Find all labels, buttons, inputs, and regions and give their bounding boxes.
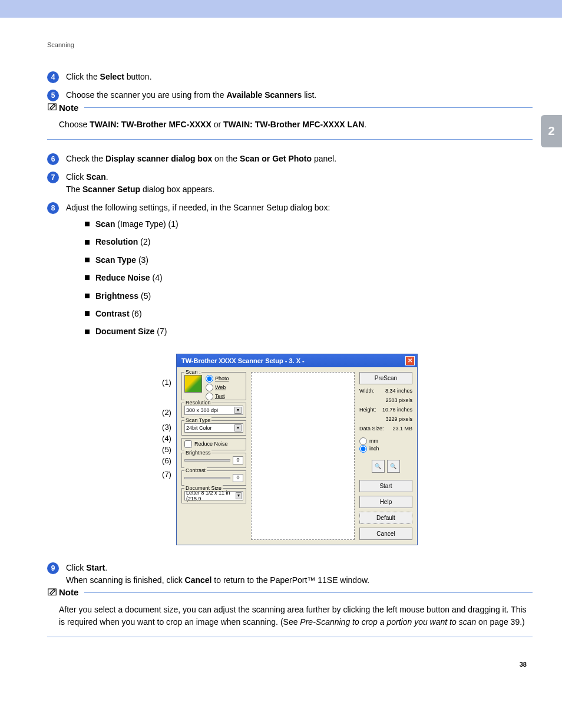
- text-bold: Contrast: [95, 309, 130, 318]
- datasize-value: 23.1 MB: [392, 426, 412, 431]
- height-label: Height:: [359, 407, 376, 413]
- callout-4: (4): [162, 434, 171, 442]
- docsize-select[interactable]: Letter 8 1/2 x 11 in (215.9▾: [184, 491, 243, 500]
- list-item: Resolution (2): [85, 235, 533, 248]
- radio-photo[interactable]: Photo: [206, 375, 229, 383]
- zoom-in-icon[interactable]: 🔍: [372, 460, 385, 473]
- list-item: Scan (Image Type) (1): [85, 218, 533, 230]
- width-value: 8.34 inches: [385, 388, 412, 394]
- text: on the: [212, 154, 240, 163]
- list-item: Contrast (6): [85, 307, 533, 320]
- list-item: Reduce Noise (4): [85, 271, 533, 284]
- radio-inch[interactable]: inch: [359, 445, 412, 453]
- brightness-slider[interactable]: 0: [184, 456, 243, 465]
- cancel-button[interactable]: Cancel: [359, 528, 412, 540]
- chapter-tab: 2: [541, 115, 562, 147]
- text: (5): [138, 291, 151, 301]
- text: dialog box appears.: [140, 185, 214, 194]
- callout-column: (1) (2) (3) (4) (5) (6) (7): [162, 354, 171, 545]
- prescan-button[interactable]: PreScan: [359, 372, 412, 384]
- width-label: Width:: [359, 388, 375, 394]
- text: Choose: [59, 120, 90, 129]
- list-item: Scan Type (3): [85, 253, 533, 266]
- text: list.: [302, 90, 316, 100]
- default-button[interactable]: Default: [359, 512, 412, 524]
- step-number-4: 4: [47, 71, 59, 83]
- preview-area[interactable]: [251, 372, 355, 540]
- close-icon[interactable]: ✕: [405, 356, 415, 365]
- text-bold: Scanner Setup: [82, 185, 140, 194]
- text-bold: TWAIN: TW-Brother MFC-XXXX: [90, 120, 211, 129]
- radio-web[interactable]: Web: [206, 384, 229, 391]
- radio-mm[interactable]: mm: [359, 437, 412, 445]
- step-8: 8 Adjust the following settings, if need…: [47, 202, 533, 343]
- list-item: Brightness (5): [85, 289, 533, 302]
- dialog-titlebar[interactable]: TW-Brother XXXX Scanner Setup - 3. X - ✕: [177, 354, 417, 367]
- scantype-label: Scan Type: [184, 417, 211, 423]
- page-content: 2 Scanning 4 Click the Select button. 5 …: [0, 18, 562, 691]
- text: (4): [150, 273, 163, 282]
- callout-7: (7): [162, 470, 171, 478]
- height-pixels: 3229 pixels: [385, 416, 412, 422]
- note-block-1: Note Choose TWAIN: TW-Brother MFC-XXXX o…: [47, 107, 533, 140]
- text: Click the: [66, 72, 100, 81]
- text: When scanning is finished, click: [66, 575, 185, 585]
- text: .: [364, 120, 366, 129]
- header-bar: [0, 0, 562, 18]
- callout-3: (3): [162, 423, 171, 431]
- text-italic: Pre-Scanning to crop a portion you want …: [300, 617, 476, 627]
- bullet-icon: [85, 222, 90, 226]
- callout-6: (6): [162, 457, 171, 465]
- text: The: [66, 185, 82, 194]
- chevron-down-icon[interactable]: ▾: [236, 492, 242, 499]
- resolution-select[interactable]: 300 x 300 dpi▾: [184, 406, 243, 415]
- text-bold: Start: [86, 563, 105, 572]
- datasize-label: Data Size:: [359, 426, 384, 431]
- callout-5: (5): [162, 446, 171, 453]
- text-bold: Scan: [86, 172, 105, 182]
- bullet-icon: [85, 275, 90, 280]
- scantype-select[interactable]: 24bit Color▾: [184, 423, 243, 433]
- photo-thumbnail: [184, 375, 202, 393]
- chevron-down-icon[interactable]: ▾: [234, 407, 242, 414]
- bullet-icon: [85, 294, 90, 298]
- text: button.: [124, 72, 152, 81]
- text: .: [106, 172, 108, 182]
- text: .: [105, 563, 107, 572]
- text: (6): [130, 309, 142, 318]
- chevron-down-icon[interactable]: ▾: [234, 424, 242, 431]
- zoom-out-icon[interactable]: 🔍: [387, 460, 400, 473]
- note-block-2: Note After you select a document size, y…: [47, 592, 533, 637]
- dialog-title: TW-Brother XXXX Scanner Setup - 3. X -: [181, 357, 305, 364]
- step-number-5: 5: [47, 90, 59, 101]
- text-bold: Document Size: [95, 327, 154, 336]
- text: on page 39.): [476, 617, 525, 627]
- breadcrumb: Scanning: [47, 41, 533, 48]
- help-button[interactable]: Help: [359, 496, 412, 508]
- docsize-label: Document Size: [184, 485, 223, 491]
- page-number: 38: [47, 661, 527, 668]
- text: (3): [136, 255, 148, 265]
- text: (Image Type) (1): [115, 219, 178, 229]
- list-item: Document Size (7): [85, 325, 533, 338]
- note-title: Note: [59, 587, 78, 597]
- text-bold: Reduce Noise: [95, 273, 150, 282]
- resolution-label: Resolution: [184, 400, 212, 406]
- text-bold: Scan Type: [95, 255, 136, 265]
- text: (2): [138, 237, 150, 246]
- step-9: 9 Click Start.When scanning is finished,…: [47, 562, 533, 587]
- text-bold: Resolution: [95, 237, 138, 246]
- start-button[interactable]: Start: [359, 480, 412, 492]
- callout-2: (2): [162, 409, 171, 416]
- note-icon: [47, 102, 59, 113]
- step-number-8: 8: [47, 202, 59, 214]
- brightness-label: Brightness: [184, 450, 212, 456]
- step-5: 5 Choose the scanner you are using from …: [47, 89, 533, 101]
- text: Check the: [66, 154, 105, 163]
- scan-label: Scan :: [184, 369, 202, 375]
- step-7: 7 Click Scan.The Scanner Setup dialog bo…: [47, 171, 533, 196]
- text: to return to the PaperPort™ 11SE window.: [211, 575, 369, 585]
- text-bold: Brightness: [95, 291, 138, 301]
- contrast-slider[interactable]: 0: [184, 473, 243, 483]
- reduce-noise-checkbox[interactable]: Reduce Noise: [184, 440, 243, 448]
